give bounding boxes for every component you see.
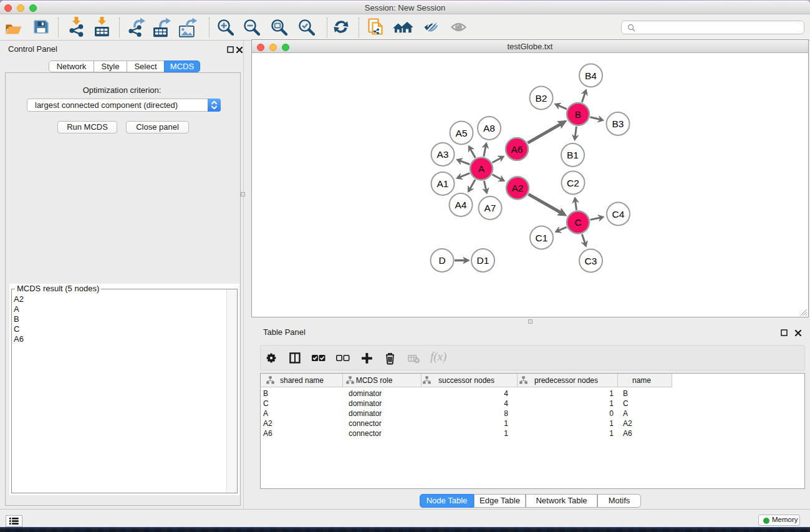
- svg-text:D1: D1: [477, 255, 489, 266]
- svg-text:B: B: [575, 109, 581, 120]
- svg-text:A1: A1: [437, 178, 449, 189]
- svg-text:C3: C3: [585, 256, 597, 266]
- svg-text:A7: A7: [485, 203, 496, 213]
- svg-text:A: A: [478, 163, 485, 174]
- svg-text:B1: B1: [567, 150, 579, 160]
- svg-text:A6: A6: [511, 144, 523, 155]
- svg-text:C4: C4: [612, 209, 625, 220]
- svg-text:B2: B2: [536, 93, 547, 104]
- svg-text:C1: C1: [536, 233, 548, 243]
- svg-text:A2: A2: [512, 183, 524, 193]
- svg-text:A4: A4: [455, 200, 467, 210]
- svg-text:B3: B3: [612, 118, 624, 129]
- svg-text:C: C: [574, 217, 581, 228]
- svg-text:C2: C2: [567, 178, 579, 188]
- svg-text:B4: B4: [585, 70, 597, 81]
- svg-text:A3: A3: [437, 149, 449, 160]
- svg-text:A8: A8: [483, 123, 495, 133]
- svg-text:A5: A5: [456, 128, 468, 138]
- svg-text:D: D: [438, 255, 445, 266]
